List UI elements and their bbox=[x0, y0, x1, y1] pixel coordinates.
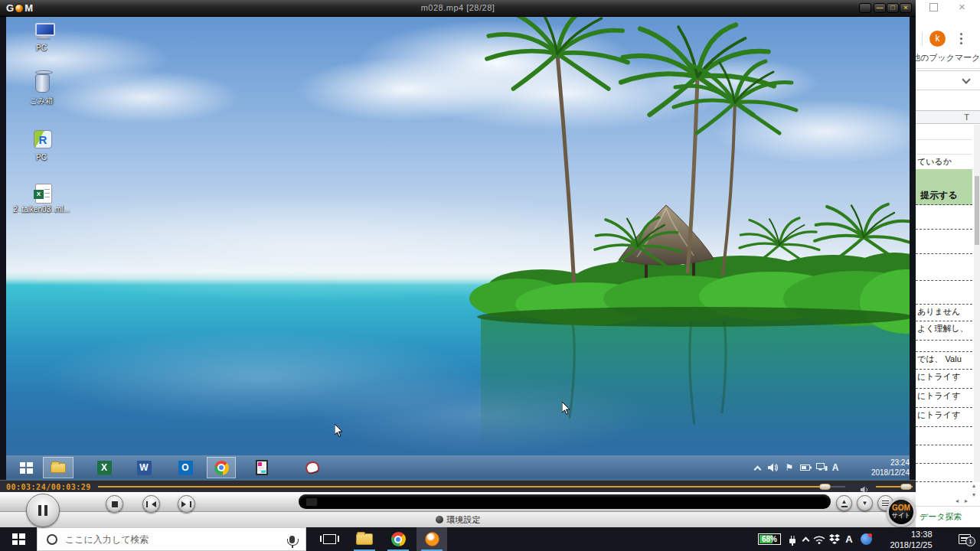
scroll-right-icon[interactable]: ▸ bbox=[965, 498, 968, 504]
excel-icon: X bbox=[97, 461, 112, 475]
gom-logo: G M bbox=[6, 2, 33, 14]
recorded-chrome-button bbox=[207, 457, 236, 478]
sheet-cell[interactable] bbox=[916, 341, 972, 352]
control-panel-button[interactable]: ▼ bbox=[857, 495, 873, 511]
pause-button[interactable] bbox=[26, 494, 60, 527]
sheet-cell[interactable]: ているか bbox=[916, 155, 972, 169]
gear-ball-icon bbox=[436, 516, 443, 523]
sheet-cell[interactable]: にトライす bbox=[916, 389, 972, 408]
taskbar-clock[interactable]: 13:382018/12/25 bbox=[877, 527, 945, 551]
file-explorer-button[interactable] bbox=[349, 527, 380, 551]
next-button[interactable] bbox=[178, 495, 195, 513]
windows-logo-icon bbox=[20, 462, 33, 474]
sheet-cell[interactable] bbox=[916, 281, 972, 305]
chrome-taskbar-button[interactable] bbox=[383, 527, 413, 551]
seek-progress bbox=[98, 486, 825, 487]
sheet-cell[interactable]: にトライす bbox=[916, 408, 972, 427]
search-input[interactable] bbox=[65, 534, 289, 545]
island-scene bbox=[6, 17, 910, 480]
action-center-button[interactable]: 1 bbox=[952, 527, 977, 551]
sheet-cell-highlighted[interactable]: 提示する bbox=[916, 169, 972, 205]
scroll-left-icon[interactable]: ◂ bbox=[956, 498, 959, 504]
chrome-close-icon[interactable]: × bbox=[959, 0, 965, 13]
scroll-up-icon[interactable]: ▴ bbox=[972, 483, 975, 489]
wifi-icon[interactable] bbox=[812, 527, 827, 551]
recycle-bin-icon bbox=[35, 74, 50, 93]
video-display-area[interactable]: PC ごみ箱 R PC X 2_taiken03_ml... bbox=[6, 17, 910, 480]
battery-indicator[interactable]: 68% bbox=[753, 527, 786, 551]
sheet-cell[interactable] bbox=[916, 445, 972, 464]
sheet-cell[interactable] bbox=[916, 427, 972, 445]
search-ring-icon bbox=[47, 534, 57, 545]
chrome-icon bbox=[214, 461, 229, 475]
computer-icon bbox=[35, 23, 55, 36]
gom-site-button[interactable]: GOM サイト bbox=[887, 497, 916, 527]
cursor-arrow-icon bbox=[335, 424, 344, 438]
gom-seek-row: 00:03:24/00:03:29 bbox=[0, 480, 916, 492]
skin-mode-button[interactable] bbox=[859, 3, 871, 13]
recorded-battery-icon bbox=[799, 456, 813, 479]
time-display: 00:03:24/00:03:29 bbox=[6, 483, 91, 491]
sheet-cell[interactable]: では、 Valu bbox=[916, 352, 972, 370]
recorded-outlook-button: O bbox=[173, 457, 198, 478]
tray-chevron-icon[interactable] bbox=[799, 527, 812, 551]
profile-avatar[interactable]: k bbox=[929, 31, 946, 47]
close-button[interactable]: × bbox=[900, 3, 912, 13]
word-icon: W bbox=[137, 461, 152, 475]
maximize-button[interactable]: □ bbox=[887, 3, 899, 13]
scrollbar-thumb[interactable] bbox=[975, 176, 979, 245]
microphone-icon[interactable] bbox=[289, 536, 295, 543]
scroll-down-icon[interactable]: ▾ bbox=[972, 492, 975, 498]
sheet-cell[interactable]: よく理解し、 bbox=[916, 321, 972, 341]
sheet-cell[interactable] bbox=[916, 464, 972, 482]
desktop-icon-label: ごみ箱 bbox=[8, 96, 74, 106]
start-button[interactable] bbox=[0, 527, 37, 551]
sheet-cell[interactable] bbox=[916, 140, 972, 155]
sheet-cell[interactable]: ありません bbox=[916, 305, 972, 321]
gom-player-window: m028.mp4 [28/28] G M — □ × bbox=[0, 0, 916, 527]
gom-lcd-panel bbox=[299, 494, 831, 509]
gom-taskbar-button[interactable] bbox=[416, 527, 447, 551]
taskbar-search[interactable] bbox=[37, 527, 306, 551]
gom-titlebar[interactable]: m028.mp4 [28/28] G M — □ × bbox=[0, 0, 916, 17]
notification-badge: 1 bbox=[965, 536, 975, 546]
sheet-cell[interactable] bbox=[916, 205, 972, 230]
open-file-button[interactable]: ▲ bbox=[836, 495, 852, 511]
desktop-icon-label: PC bbox=[8, 44, 74, 52]
ime-indicator[interactable]: A bbox=[842, 527, 856, 551]
task-view-button[interactable] bbox=[314, 527, 345, 551]
recorded-network-icon bbox=[815, 456, 828, 479]
bookmarks-bar-border bbox=[916, 68, 980, 69]
recorded-clock: 23:24 2018/12/24 bbox=[848, 458, 910, 478]
other-bookmarks-button[interactable]: 他のブックマーク bbox=[916, 52, 980, 64]
sheet-cell[interactable]: にトライす bbox=[916, 370, 972, 389]
stop-button[interactable] bbox=[106, 495, 123, 513]
recorded-excel-button: X bbox=[92, 457, 116, 478]
cursor-arrow-icon bbox=[562, 402, 571, 416]
dropbox-icon[interactable] bbox=[827, 527, 842, 551]
fan-app-icon bbox=[304, 460, 321, 475]
outlook-icon: O bbox=[178, 461, 193, 475]
screen: m028.mp4 [28/28] G M — □ × bbox=[0, 0, 980, 551]
sheet-tab[interactable]: データ探索 bbox=[920, 511, 962, 523]
minimize-button[interactable]: — bbox=[874, 3, 886, 13]
pause-icon bbox=[38, 505, 47, 516]
previous-icon bbox=[146, 501, 156, 507]
chevron-down-icon[interactable] bbox=[962, 75, 970, 83]
arrow-down-icon: ▼ bbox=[862, 500, 868, 507]
column-header[interactable]: T bbox=[916, 110, 980, 124]
sheet-cell[interactable] bbox=[916, 125, 972, 140]
chrome-menu-kebab-icon[interactable] bbox=[960, 33, 962, 35]
chrome-window-strip: × k 他のブックマーク T ているか 提示する ありません よく理解し、 では… bbox=[916, 0, 980, 527]
desktop-icon-pc bbox=[32, 23, 55, 40]
preferences-button[interactable]: 環境設定 bbox=[0, 511, 916, 527]
seek-handle[interactable] bbox=[819, 484, 831, 490]
sheet-cell[interactable] bbox=[916, 230, 972, 254]
chrome-maximize-icon[interactable] bbox=[929, 3, 938, 11]
recorded-speaker-icon bbox=[767, 456, 779, 479]
volume-handle[interactable] bbox=[900, 484, 912, 490]
notification-app-icon[interactable] bbox=[858, 527, 874, 551]
notes-app-icon bbox=[256, 460, 268, 475]
previous-button[interactable] bbox=[142, 495, 160, 513]
sheet-cell[interactable] bbox=[916, 254, 972, 281]
